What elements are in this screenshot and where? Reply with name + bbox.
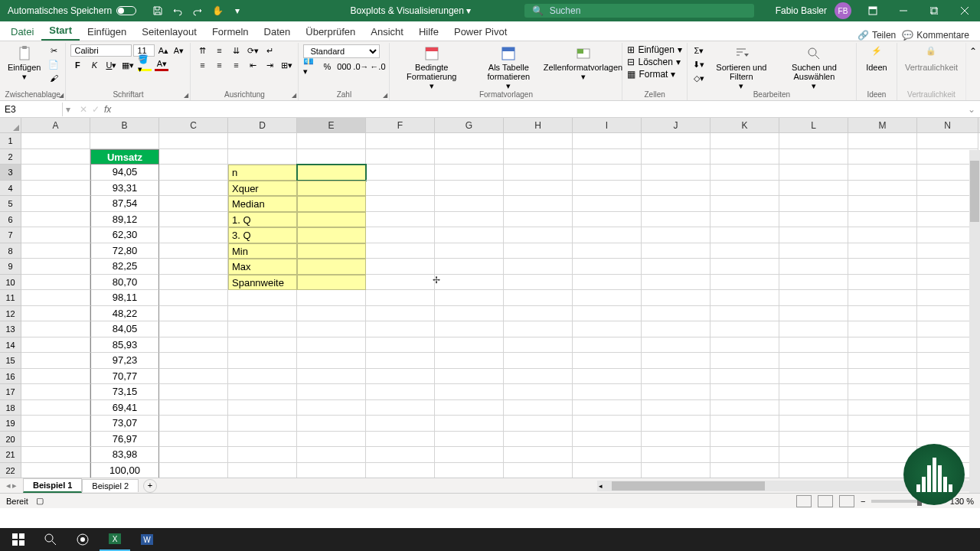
cell[interactable] xyxy=(366,447,435,463)
cell[interactable] xyxy=(366,149,435,165)
cell[interactable] xyxy=(504,275,573,291)
cell[interactable] xyxy=(366,290,435,306)
cell[interactable] xyxy=(710,149,779,165)
cell[interactable] xyxy=(21,149,90,165)
row-header[interactable]: 10 xyxy=(0,275,21,291)
cell[interactable] xyxy=(228,290,297,306)
cell[interactable] xyxy=(159,181,228,197)
cell[interactable] xyxy=(297,384,366,400)
cell[interactable] xyxy=(21,416,90,432)
cell[interactable]: 98,11 xyxy=(90,290,159,306)
cell[interactable]: Spannweite xyxy=(228,275,297,291)
cell[interactable] xyxy=(21,321,90,337)
orientation-icon[interactable]: ⟳▾ xyxy=(246,44,260,57)
row-header[interactable]: 14 xyxy=(0,337,21,354)
cell[interactable] xyxy=(710,416,779,432)
row-header[interactable]: 21 xyxy=(0,447,21,463)
tab-insert[interactable]: Einfügen xyxy=(80,23,134,41)
cell[interactable] xyxy=(848,337,917,354)
cell[interactable]: 48,22 xyxy=(90,306,159,322)
cell[interactable] xyxy=(159,243,228,259)
comma-icon[interactable]: 000 xyxy=(337,60,351,73)
cell[interactable] xyxy=(710,227,779,243)
cell[interactable] xyxy=(710,463,779,478)
cell[interactable] xyxy=(848,384,917,400)
column-header[interactable]: D xyxy=(228,118,297,132)
cell[interactable] xyxy=(848,416,917,432)
cell[interactable] xyxy=(779,149,848,165)
cell[interactable] xyxy=(228,384,297,400)
cell[interactable] xyxy=(710,432,779,448)
cell[interactable] xyxy=(21,306,90,322)
cell[interactable] xyxy=(848,321,917,337)
cell[interactable] xyxy=(21,196,90,212)
cell[interactable] xyxy=(573,212,642,228)
cell[interactable] xyxy=(435,165,504,181)
cell[interactable] xyxy=(228,463,297,478)
zoom-out-icon[interactable]: − xyxy=(861,497,865,506)
cell[interactable] xyxy=(504,353,573,369)
touch-mode-icon[interactable]: ✋ xyxy=(211,5,224,17)
cell[interactable] xyxy=(297,432,366,448)
row-header[interactable]: 2 xyxy=(0,149,21,165)
sheet-tab-active[interactable]: Beispiel 1 xyxy=(23,478,82,493)
underline-button[interactable]: U▾ xyxy=(104,59,118,71)
cell[interactable] xyxy=(366,400,435,416)
cell[interactable] xyxy=(297,275,366,291)
cell[interactable] xyxy=(848,259,917,275)
cell[interactable] xyxy=(297,447,366,463)
cell[interactable] xyxy=(642,306,710,322)
cell[interactable] xyxy=(366,133,435,149)
cell[interactable] xyxy=(710,290,779,306)
cell[interactable] xyxy=(779,369,848,385)
tab-help[interactable]: Hilfe xyxy=(411,23,446,41)
cell[interactable] xyxy=(435,243,504,259)
cell[interactable] xyxy=(366,196,435,212)
row-header[interactable]: 18 xyxy=(0,400,21,416)
format-cells-button[interactable]: ▦Format ▾ xyxy=(627,69,675,80)
cell[interactable] xyxy=(642,369,710,385)
increase-indent-icon[interactable]: ⇥ xyxy=(263,59,276,71)
cell[interactable] xyxy=(90,133,159,149)
cell[interactable] xyxy=(159,432,228,448)
cell[interactable] xyxy=(366,243,435,259)
vertical-scrollbar[interactable] xyxy=(969,150,980,493)
cell[interactable] xyxy=(435,306,504,322)
cell[interactable] xyxy=(504,447,573,463)
cell[interactable] xyxy=(297,149,366,165)
cell[interactable] xyxy=(779,384,848,400)
save-icon[interactable] xyxy=(152,5,164,17)
align-middle-icon[interactable]: ≡ xyxy=(212,44,226,57)
cell[interactable] xyxy=(642,290,710,306)
cell[interactable] xyxy=(159,290,228,306)
cell[interactable] xyxy=(573,165,642,181)
cell[interactable] xyxy=(710,259,779,275)
cell[interactable] xyxy=(710,243,779,259)
cell[interactable] xyxy=(159,463,228,478)
cell-styles-button[interactable]: Zellenformatvorlagen ▾ xyxy=(549,44,618,83)
tab-formulas[interactable]: Formeln xyxy=(204,23,256,41)
cell[interactable] xyxy=(573,447,642,463)
cell[interactable] xyxy=(573,416,642,432)
cell[interactable] xyxy=(159,321,228,337)
view-pagebreak-icon[interactable] xyxy=(839,495,854,507)
cell[interactable]: 89,12 xyxy=(90,212,159,228)
cell[interactable] xyxy=(710,353,779,369)
cell[interactable]: 1. Q xyxy=(228,212,297,228)
cell[interactable]: 69,41 xyxy=(90,400,159,416)
cell[interactable] xyxy=(710,181,779,197)
comments-button[interactable]: 💬 Kommentare xyxy=(902,30,969,41)
cell[interactable] xyxy=(228,337,297,354)
cell[interactable] xyxy=(21,353,90,369)
cell[interactable] xyxy=(917,133,978,149)
row-header[interactable]: 15 xyxy=(0,353,21,369)
cell[interactable] xyxy=(366,259,435,275)
cell[interactable] xyxy=(435,196,504,212)
formula-input[interactable] xyxy=(117,108,963,111)
column-header[interactable]: F xyxy=(366,118,435,132)
cell[interactable] xyxy=(848,133,917,149)
cell[interactable] xyxy=(779,353,848,369)
cell[interactable]: 3. Q xyxy=(228,227,297,243)
cell[interactable] xyxy=(642,337,710,354)
cell[interactable] xyxy=(435,149,504,165)
